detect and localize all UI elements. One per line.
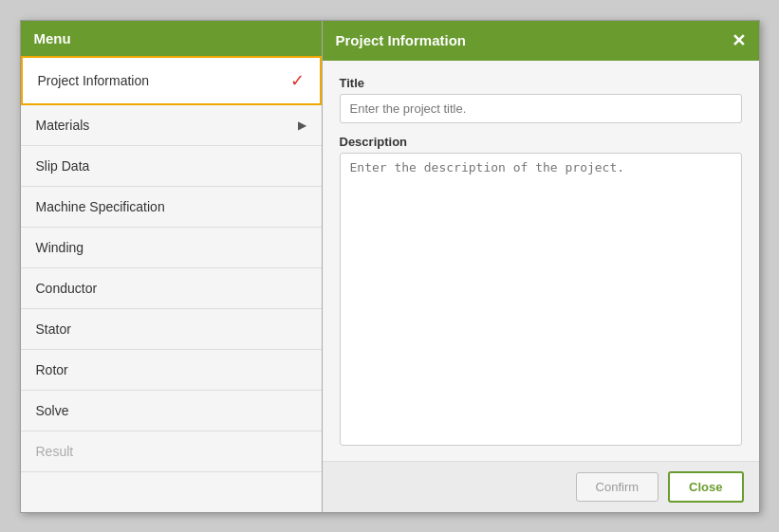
menu-header: Menu xyxy=(21,21,322,56)
title-input[interactable] xyxy=(340,94,742,123)
sidebar-item-label: Solve xyxy=(36,403,69,418)
sidebar-item-materials[interactable]: Materials▶ xyxy=(21,105,322,146)
description-field-group: Description xyxy=(340,135,742,446)
sidebar-item-label: Result xyxy=(36,444,74,459)
checkmark-icon: ✓ xyxy=(290,70,305,91)
sidebar-item-label: Winding xyxy=(36,240,84,255)
sidebar-item-stator[interactable]: Stator xyxy=(21,309,322,350)
sidebar-item-result: Result xyxy=(21,431,322,472)
dialog-title: Project Information xyxy=(336,32,467,48)
sidebar-item-label: Project Information xyxy=(38,73,150,88)
sidebar-item-solve[interactable]: Solve xyxy=(21,391,322,431)
confirm-button[interactable]: Confirm xyxy=(576,472,659,502)
right-panel: Project Information ✕ Title Description … xyxy=(323,21,759,512)
sidebar-item-label: Stator xyxy=(36,321,71,337)
sidebar-item-slip-data[interactable]: Slip Data xyxy=(21,146,322,187)
sidebar-item-project-information[interactable]: Project Information✓ xyxy=(21,56,322,105)
app-window: Menu Project Information✓Materials▶Slip … xyxy=(20,20,760,513)
dialog-header: Project Information ✕ xyxy=(323,21,759,61)
menu-items-list: Project Information✓Materials▶Slip DataM… xyxy=(21,56,322,472)
description-textarea[interactable] xyxy=(340,153,742,446)
close-icon[interactable]: ✕ xyxy=(732,30,746,51)
arrow-icon: ▶ xyxy=(298,119,306,132)
desc-label: Description xyxy=(340,135,742,149)
sidebar-item-conductor[interactable]: Conductor xyxy=(21,268,322,309)
dialog-content: Title Description xyxy=(323,61,759,461)
sidebar-item-label: Rotor xyxy=(36,362,68,377)
dialog-footer: Confirm Close xyxy=(323,461,759,512)
sidebar-item-label: Materials xyxy=(36,118,90,133)
sidebar-item-label: Conductor xyxy=(36,281,98,296)
title-field-group: Title xyxy=(340,76,742,123)
sidebar-item-winding[interactable]: Winding xyxy=(21,228,322,268)
title-label: Title xyxy=(340,76,742,90)
left-panel: Menu Project Information✓Materials▶Slip … xyxy=(21,21,323,512)
sidebar-item-machine-specification[interactable]: Machine Specification xyxy=(21,187,322,228)
menu-title: Menu xyxy=(34,30,71,46)
sidebar-item-label: Slip Data xyxy=(36,158,90,174)
sidebar-item-label: Machine Specification xyxy=(36,199,165,214)
close-button[interactable]: Close xyxy=(668,471,743,503)
sidebar-item-rotor[interactable]: Rotor xyxy=(21,350,322,391)
